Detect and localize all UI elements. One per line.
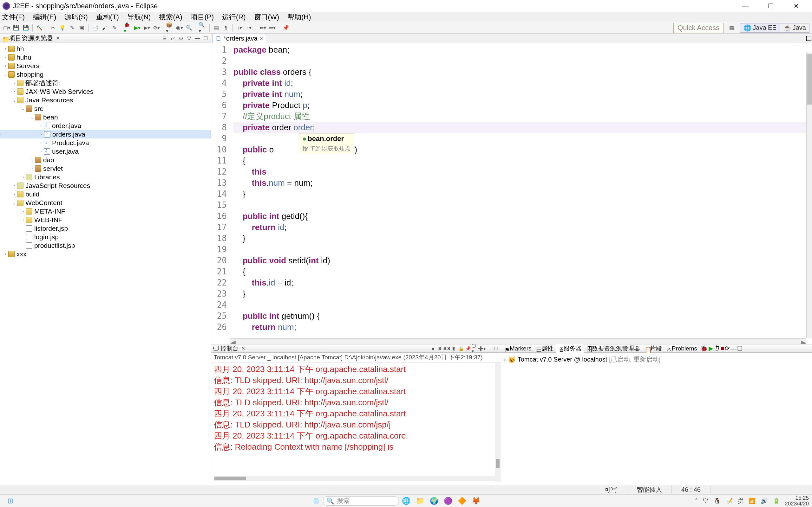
menu-run[interactable]: 运行(R) — [222, 12, 246, 22]
code-line[interactable]: } — [234, 233, 809, 244]
code-area[interactable]: package bean; public class orders { priv… — [230, 43, 812, 344]
tree-node[interactable]: ›dao — [0, 156, 211, 164]
code-line[interactable]: public void setid(int id) — [234, 255, 809, 266]
debug-icon[interactable]: 🐞▾ — [124, 24, 132, 32]
tree-node[interactable]: ›WEB-INF — [0, 216, 211, 224]
server-debug-icon[interactable]: 🐞 — [700, 345, 708, 352]
console-output[interactable]: 四月 20, 2023 3:11:14 下午 org.apache.catali… — [211, 362, 501, 482]
tree-node[interactable]: productlist.jsp — [0, 241, 211, 250]
tree-expander-icon[interactable]: › — [11, 191, 17, 197]
tree-expander-icon[interactable]: › — [38, 131, 44, 137]
tree-node[interactable]: ⌄shopping — [0, 70, 211, 78]
tree-node[interactable]: ›orders.java — [0, 130, 211, 138]
server-publish-icon[interactable]: ⟳ — [725, 345, 730, 352]
tree-node[interactable]: ›Product.java — [0, 138, 211, 147]
tree-node[interactable]: ›servlet — [0, 164, 211, 173]
console-horizontal-scrollbar[interactable] — [214, 476, 495, 481]
tree-expander-icon[interactable]: › — [11, 80, 17, 86]
display-console-icon[interactable]: 🖵▾ — [472, 345, 478, 352]
editor-minimize-icon[interactable]: — — [799, 35, 806, 43]
tree-expander-icon[interactable]: ⌄ — [3, 72, 8, 77]
tab-problems[interactable]: ⚠Problems — [664, 344, 699, 353]
server-entry[interactable]: › 🐱 Tomcat v7.0 Server @ localhost [已启动,… — [504, 354, 809, 365]
tree-node[interactable]: ›build — [0, 190, 211, 199]
server-icon[interactable]: ▣ — [78, 24, 86, 32]
minimize-button[interactable]: — — [739, 1, 752, 11]
scroll-left-arrow-icon[interactable]: ◀ — [230, 339, 236, 344]
tree-expander-icon[interactable]: › — [20, 217, 26, 223]
tree-expander-icon[interactable]: ⌄ — [29, 114, 35, 120]
code-line[interactable] — [234, 244, 809, 255]
console-close-icon[interactable]: ✕ — [241, 345, 245, 351]
tree-expander-icon[interactable]: › — [20, 174, 26, 180]
menu-navigate[interactable]: 导航(N) — [127, 12, 151, 22]
tree-node[interactable]: listorder.jsp — [0, 224, 211, 233]
code-line[interactable]: package bean; — [234, 44, 809, 55]
panel-close-icon[interactable]: ✕ — [56, 35, 60, 41]
tree-expander-icon[interactable]: › — [3, 251, 8, 257]
tree-node[interactable]: ⌄src — [0, 104, 211, 113]
console-vertical-scrollbar[interactable] — [495, 362, 501, 482]
server-stop-icon[interactable]: ■ — [721, 345, 724, 352]
new-package-icon[interactable]: 📦▾ — [166, 24, 174, 32]
tree-node[interactable]: ⌄bean — [0, 113, 211, 121]
code-line[interactable]: public int getid(){ — [234, 211, 809, 222]
code-line[interactable]: return num; — [234, 322, 809, 333]
code-line[interactable]: } — [234, 288, 809, 299]
tree-node[interactable]: ›hh — [0, 44, 211, 53]
menu-edit[interactable]: 编辑(E) — [33, 12, 56, 22]
tree-expander-icon[interactable]: › — [38, 123, 44, 129]
bulb-icon[interactable]: 💡 — [58, 24, 67, 32]
tree-expander-icon[interactable]: ⌄ — [11, 200, 17, 206]
scroll-lock-icon[interactable]: 🔒 — [458, 345, 464, 352]
new-icon[interactable]: ▢▾ — [3, 24, 11, 32]
remove-terminated-icon[interactable]: ✖ — [437, 345, 443, 352]
remove-all-icon[interactable]: ✖✖ — [444, 345, 450, 352]
tab-markers[interactable]: ⚑Markers — [502, 344, 534, 353]
brush-icon[interactable]: 🖌 — [101, 24, 109, 32]
search-icon[interactable]: 🔍▾ — [199, 24, 207, 32]
expand-icon[interactable]: › — [504, 356, 506, 363]
tab-properties[interactable]: ☰属性 — [534, 344, 555, 353]
focus-icon[interactable]: ⊙ — [177, 35, 184, 42]
code-line[interactable]: private order order; — [234, 122, 809, 133]
editor-horizontal-scrollbar[interactable]: ◀ ▶ — [230, 338, 806, 344]
tray-qq-icon[interactable]: 🐧 — [714, 498, 721, 504]
tree-expander-icon[interactable]: › — [29, 157, 35, 163]
tree-expander-icon[interactable]: › — [38, 140, 44, 146]
back-icon[interactable]: ⬅▾ — [258, 24, 267, 32]
tree-expander-icon[interactable]: › — [29, 166, 35, 171]
toggle-mark-icon[interactable]: ▤ — [212, 24, 220, 32]
tree-expander-icon[interactable]: › — [20, 209, 26, 214]
pencil-icon[interactable]: ✎ — [110, 24, 118, 32]
tree-node[interactable]: ›xxx — [0, 250, 211, 258]
tree-expander-icon[interactable] — [20, 226, 26, 231]
new-class-icon[interactable]: ◉▾ — [175, 24, 184, 32]
tree-expander-icon[interactable] — [20, 234, 26, 240]
tray-note-icon[interactable]: 📝 — [726, 498, 733, 504]
tree-expander-icon[interactable]: › — [11, 183, 17, 188]
tree-expander-icon[interactable]: › — [3, 46, 8, 52]
code-line[interactable]: this.id = id; — [234, 277, 809, 288]
console-minimize-icon[interactable]: — — [486, 345, 492, 352]
code-line[interactable]: { — [234, 266, 809, 277]
external-tools-icon[interactable]: ⚙▾ — [152, 24, 160, 32]
menu-source[interactable]: 源码(S) — [64, 12, 88, 22]
code-line[interactable]: { — [234, 155, 809, 166]
tree-node[interactable]: ⌄Java Resources — [0, 96, 211, 104]
editor-tab-orders[interactable]: 🗋 *orders.java ✕ — [212, 34, 266, 43]
maximize-button[interactable]: ☐ — [764, 1, 778, 11]
taskbar-app-1[interactable]: 🌐 — [399, 495, 413, 507]
open-console-icon[interactable]: ➕▾ — [478, 345, 485, 352]
bookmark-icon[interactable]: 📑 — [91, 24, 99, 32]
tab-close-icon[interactable]: ✕ — [259, 36, 263, 41]
menu-search[interactable]: 搜索(A) — [159, 12, 182, 22]
code-line[interactable]: public class orders { — [234, 66, 809, 78]
code-line[interactable] — [234, 55, 809, 66]
tree-node[interactable]: ⌄WebContent — [0, 199, 211, 207]
menu-project[interactable]: 项目(P) — [191, 12, 214, 22]
editor-vertical-scrollbar[interactable] — [806, 53, 812, 338]
tree-expander-icon[interactable]: › — [11, 89, 17, 95]
close-button[interactable]: ✕ — [789, 1, 803, 11]
code-line[interactable]: return id; — [234, 222, 809, 233]
